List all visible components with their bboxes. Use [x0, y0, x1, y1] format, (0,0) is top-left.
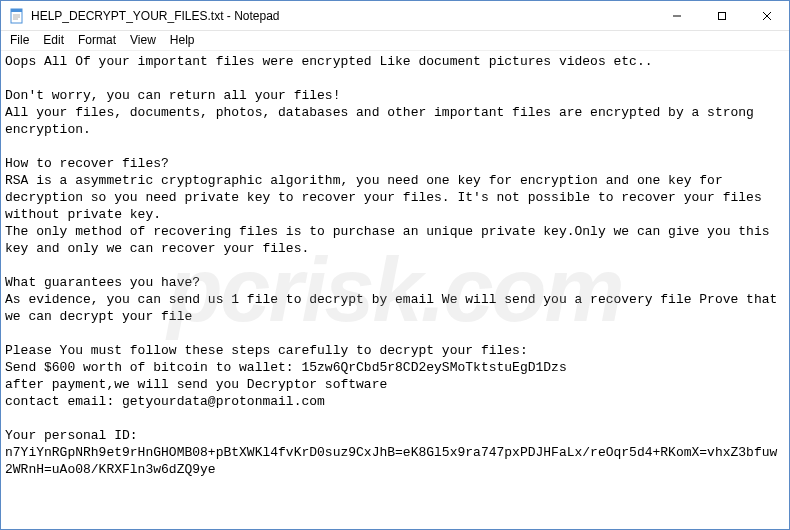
notepad-icon — [9, 8, 25, 24]
minimize-button[interactable] — [654, 1, 699, 30]
editor-content[interactable]: Oops All Of your important files were en… — [1, 51, 789, 529]
menu-format[interactable]: Format — [71, 31, 123, 50]
svg-rect-6 — [718, 12, 725, 19]
menu-view[interactable]: View — [123, 31, 163, 50]
window-title: HELP_DECRYPT_YOUR_FILES.txt - Notepad — [31, 9, 654, 23]
minimize-icon — [672, 11, 682, 21]
svg-rect-1 — [11, 9, 22, 12]
maximize-button[interactable] — [699, 1, 744, 30]
menu-edit[interactable]: Edit — [36, 31, 71, 50]
window-controls — [654, 1, 789, 30]
menu-file[interactable]: File — [3, 31, 36, 50]
watermark-text: pcrisk.com — [167, 282, 622, 299]
close-icon — [762, 11, 772, 21]
close-button[interactable] — [744, 1, 789, 30]
window-titlebar: HELP_DECRYPT_YOUR_FILES.txt - Notepad — [1, 1, 789, 31]
menubar: File Edit Format View Help — [1, 31, 789, 51]
maximize-icon — [717, 11, 727, 21]
menu-help[interactable]: Help — [163, 31, 202, 50]
